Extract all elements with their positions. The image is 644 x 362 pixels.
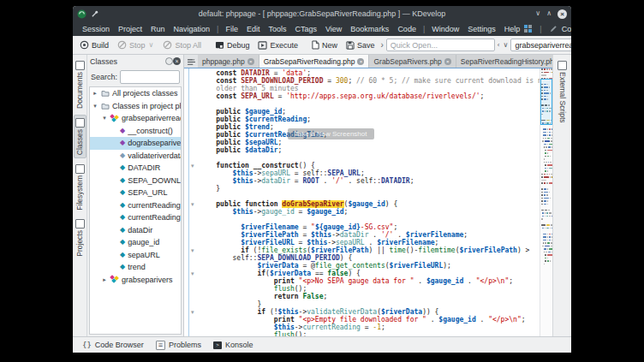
minimap-seg (544, 158, 546, 160)
stop-button[interactable]: Stop∨ (114, 39, 158, 51)
menu-window[interactable]: Window (427, 25, 463, 33)
history-dropdown-icon[interactable]: ∨ (503, 41, 510, 49)
tree-item-construct[interactable]: ◆__construct() (90, 125, 181, 138)
new-button[interactable]: New (308, 39, 341, 51)
tree-item-currentreading[interactable]: ◆currentReading (90, 199, 181, 212)
tree-item-gauge-id[interactable]: ◆gauge_id (90, 236, 181, 249)
sidebar-item-projects[interactable]: Projects (75, 217, 86, 259)
dropdown-icon[interactable]: ∨ (148, 41, 155, 49)
menu-code[interactable]: Code (393, 25, 420, 33)
minimap-viewport[interactable] (540, 79, 552, 125)
code-line: $riverData = @file_get_contents($riverFi… (200, 262, 540, 270)
panel-close-icon[interactable]: × (173, 57, 181, 65)
code-view[interactable]: const DATADIR = 'data';const SEPA_DOWNLO… (200, 68, 540, 336)
sidebar-item-external-scripts[interactable]: External Scripts (557, 58, 568, 126)
split-view-icon[interactable] (184, 59, 198, 68)
fold-arrow-icon[interactable]: ▾ (191, 270, 194, 277)
menu-file[interactable]: File (221, 25, 242, 33)
menu-separator: | (214, 25, 221, 33)
tree-item-classes-in-project-phppage[interactable]: ▾Classes in project phppage (90, 100, 181, 113)
code-area[interactable]: ▾▾▾▾▾ const DATADIR = 'data';const SEPA_… (184, 68, 552, 336)
problems-button[interactable]: ≡Problems (152, 340, 206, 351)
tree-item-trend[interactable]: ◆trend (90, 261, 181, 274)
area-switcher-icon[interactable] (524, 25, 532, 33)
tree-item-currentreadingtime[interactable]: ◆currentReadingTime (90, 211, 181, 224)
tree-item-validateriverdata-mixed[interactable]: ◆validateriverdata(mixed) (90, 150, 181, 163)
execute-button[interactable]: Execute (254, 39, 301, 51)
menu-view[interactable]: View (321, 25, 346, 33)
minimap-seg (546, 182, 548, 184)
menu-tools[interactable]: Tools (264, 25, 290, 33)
fold-arrow-icon[interactable]: ▾ (191, 246, 194, 254)
sidebar-item-filesystem[interactable]: Filesystem (75, 162, 86, 213)
konsole-button[interactable]: >Konsole (209, 340, 258, 350)
minimap-line (540, 162, 552, 163)
close-icon[interactable]: × (558, 9, 567, 19)
menu-run[interactable]: Run (146, 25, 170, 33)
token: ; (278, 146, 283, 154)
token: ) { (348, 270, 360, 277)
menu-session[interactable]: Session (78, 25, 114, 33)
tree-item-all-projects-classes[interactable]: ▸All projects classes (90, 87, 181, 100)
fold-arrow-icon[interactable]: ▾ (191, 200, 194, 208)
token: } (216, 185, 220, 193)
minimap-seg (550, 156, 552, 157)
menu-project[interactable]: Project (114, 25, 146, 33)
tree-item-grabsepariverreading[interactable]: ▾grabsepariverreading (90, 112, 181, 125)
collapse-icon[interactable]: ▾ (101, 115, 108, 122)
tree-item-sepa-download-period[interactable]: ◆SEPA_DOWNLOAD_PERIOD (90, 175, 181, 187)
menu-navigation[interactable]: Navigation (170, 25, 215, 33)
tree-item-datadir[interactable]: ◆DATADIR (90, 162, 181, 175)
minimize-icon[interactable]: ∨ (535, 10, 540, 17)
maximize-icon[interactable]: ∧ (546, 10, 552, 17)
back-icon[interactable]: ‹ (497, 41, 501, 49)
sidebar-item-documents[interactable]: Documents (75, 58, 86, 111)
minimap-seg (545, 258, 546, 259)
toolview-label: Konsole (225, 341, 253, 349)
tree-item-sepaurl[interactable]: ◆sepaURL (90, 249, 181, 262)
menu-help[interactable]: Help (500, 25, 525, 33)
toolbar-overflow-icon[interactable]: › (380, 40, 385, 50)
expand-icon[interactable]: ▸ (92, 90, 98, 97)
tab-phppage-php[interactable]: phppage.php× (198, 55, 259, 68)
detach-icon[interactable] (165, 57, 173, 65)
tree-item-grabseparivers[interactable]: ▸grabseparivers (90, 274, 181, 287)
token: public (216, 123, 245, 131)
debug-button[interactable]: Debug (212, 39, 253, 51)
tree-item-datadir[interactable]: ◆dataDir (90, 224, 181, 237)
title-bar[interactable]: default: phppage - [ phppage:GrabSepaRiv… (73, 6, 571, 21)
menu-ctags[interactable]: CTags (290, 25, 321, 33)
tab-close-icon[interactable]: × (247, 58, 254, 65)
menu-settings[interactable]: Settings (463, 25, 500, 33)
token: -> (299, 308, 307, 316)
tab-grabseparivers-php[interactable]: GrabSepaRivers.php× (369, 55, 456, 68)
sidebar-item-classes[interactable]: Classes (74, 115, 86, 158)
collapse-icon[interactable]: ▾ (92, 103, 98, 110)
build-button[interactable]: Build (76, 39, 112, 51)
menu-edit[interactable]: Edit (242, 25, 265, 33)
stop-all-button[interactable]: Stop All (159, 39, 205, 51)
classes-search-input[interactable] (120, 70, 180, 84)
minimap-scrollbar[interactable] (540, 68, 552, 336)
tab-close-icon[interactable]: × (357, 58, 364, 65)
fold-arrow-icon[interactable]: ▾ (191, 162, 194, 169)
expand-icon[interactable]: ▸ (101, 276, 108, 283)
ctags-search-input[interactable] (510, 39, 571, 51)
minimap-seg (547, 164, 552, 166)
minimap-seg (544, 192, 548, 193)
fold-gutter[interactable]: ▾▾▾▾▾ (184, 68, 200, 336)
minimap-seg (543, 132, 546, 134)
quick-open-input[interactable] (386, 39, 495, 51)
minimap-seg (544, 198, 549, 199)
tab-grabsepariverreading-php[interactable]: GrabSepaRiverReading.php× (259, 55, 370, 68)
minimap-seg (545, 228, 546, 229)
minimap-seg (552, 132, 552, 134)
tab-close-icon[interactable]: × (444, 58, 451, 65)
save-button[interactable]: Save (343, 39, 379, 51)
menu-bookmarks[interactable]: Bookmarks (346, 25, 393, 33)
tree-item-dograbsepariver-mixed[interactable]: ◆dograbsepariver(mixed) (90, 137, 181, 150)
working-set-label[interactable]: Code (562, 25, 571, 33)
fold-arrow-icon[interactable]: ▾ (191, 308, 194, 316)
tree-item-sepa-url[interactable]: ◆SEPA_URL (90, 187, 181, 199)
code-browser-button[interactable]: {}Code Browser (78, 340, 148, 350)
